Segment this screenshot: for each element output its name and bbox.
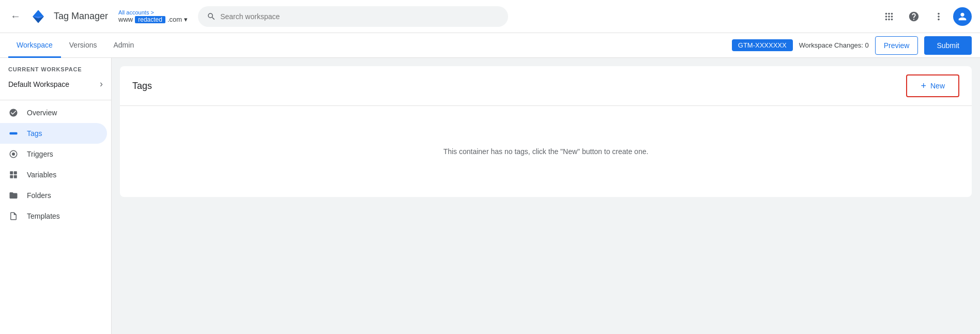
svg-rect-5: [14, 171, 17, 174]
empty-state: This container has no tags, click the "N…: [120, 106, 972, 197]
tags-icon: [8, 128, 19, 139]
sidebar-item-label-templates: Templates: [27, 212, 60, 220]
gtm-logo: [29, 7, 48, 26]
nav-tabs-right: GTM-XXXXXXX Workspace Changes: 0 Preview…: [732, 36, 980, 55]
folders-icon: [8, 190, 19, 201]
svg-rect-1: [10, 132, 18, 135]
tab-versions[interactable]: Versions: [61, 33, 105, 58]
search-input[interactable]: [220, 12, 499, 21]
account-dropdown-icon[interactable]: ▾: [184, 16, 188, 23]
nav-tabs: Workspace Versions Admin GTM-XXXXXXX Wor…: [0, 33, 980, 58]
gtm-id-badge: GTM-XXXXXXX: [732, 39, 793, 51]
search-icon: [207, 12, 216, 21]
submit-button[interactable]: Submit: [924, 36, 972, 55]
empty-state-message: This container has no tags, click the "N…: [443, 147, 649, 156]
account-domain-suffix: .com: [167, 16, 182, 23]
sidebar: CURRENT WORKSPACE Default Workspace › Ov…: [0, 58, 112, 334]
top-bar-right: [879, 6, 972, 27]
content-card-header: Tags + New: [120, 66, 972, 106]
account-name-highlighted: redacted: [135, 16, 165, 23]
sidebar-item-overview[interactable]: Overview: [0, 102, 107, 123]
svg-rect-4: [10, 171, 13, 174]
content-card: Tags + New This container has no tags, c…: [120, 66, 972, 197]
chevron-right-icon: ›: [100, 79, 103, 89]
top-bar: ← Tag Manager All accounts > www redacte…: [0, 0, 980, 33]
search-bar[interactable]: [198, 6, 508, 27]
sidebar-item-tags[interactable]: Tags: [0, 123, 107, 144]
page-title: Tags: [132, 81, 152, 92]
tab-workspace[interactable]: Workspace: [8, 33, 61, 58]
user-avatar[interactable]: [953, 7, 972, 26]
plus-icon: +: [921, 81, 926, 92]
templates-icon: [8, 211, 19, 221]
sidebar-divider: [0, 100, 111, 100]
sidebar-item-variables[interactable]: Variables: [0, 164, 107, 185]
main-content: Tags + New This container has no tags, c…: [112, 58, 980, 334]
tab-admin[interactable]: Admin: [105, 33, 142, 58]
sidebar-item-label-overview: Overview: [27, 109, 57, 117]
workspace-selector[interactable]: Default Workspace ›: [0, 74, 111, 94]
new-button-wrapper: + New: [906, 74, 959, 97]
body-layout: CURRENT WORKSPACE Default Workspace › Ov…: [0, 58, 980, 334]
sidebar-item-label-tags: Tags: [27, 129, 42, 138]
help-button[interactable]: [904, 6, 924, 27]
apps-button[interactable]: [879, 6, 899, 27]
account-url-prefix: www: [118, 16, 133, 23]
svg-rect-7: [14, 175, 17, 178]
current-workspace-label: CURRENT WORKSPACE: [0, 62, 111, 74]
workspace-name: Default Workspace: [8, 80, 69, 88]
preview-button[interactable]: Preview: [875, 36, 918, 55]
back-button[interactable]: ←: [8, 8, 23, 24]
account-selector[interactable]: All accounts > www redacted .com ▾: [118, 9, 188, 23]
svg-rect-6: [10, 175, 13, 178]
new-button[interactable]: + New: [908, 77, 957, 95]
sidebar-item-templates[interactable]: Templates: [0, 206, 107, 226]
overview-icon: [8, 108, 19, 118]
sidebar-item-label-variables: Variables: [27, 171, 56, 179]
sidebar-item-label-triggers: Triggers: [27, 150, 53, 158]
variables-icon: [8, 170, 19, 180]
workspace-changes: Workspace Changes: 0: [799, 41, 869, 49]
triggers-icon: [8, 149, 19, 159]
sidebar-item-triggers[interactable]: Triggers: [0, 144, 107, 164]
more-options-button[interactable]: [928, 6, 949, 27]
all-accounts-link[interactable]: All accounts >: [118, 9, 188, 16]
svg-point-3: [12, 153, 15, 156]
account-name[interactable]: www redacted .com ▾: [118, 16, 188, 23]
app-title: Tag Manager: [54, 11, 108, 22]
sidebar-item-folders[interactable]: Folders: [0, 185, 107, 206]
sidebar-item-label-folders: Folders: [27, 191, 51, 200]
